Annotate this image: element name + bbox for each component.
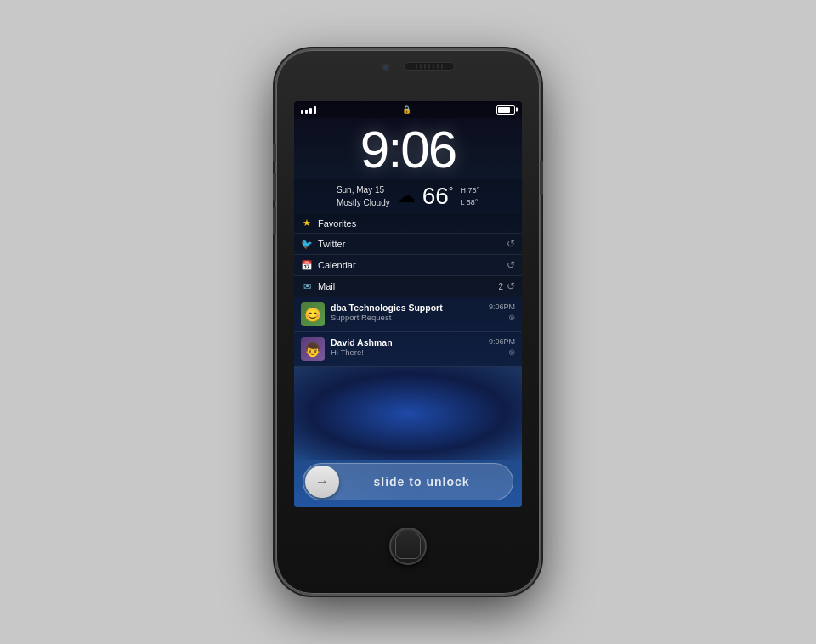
mail-avatar-1: 😊 bbox=[301, 302, 325, 326]
slide-arrow-icon: → bbox=[315, 474, 329, 489]
weather-cloud-icon: ☁ bbox=[397, 185, 416, 207]
slide-unlock[interactable]: → slide to unlock bbox=[303, 463, 513, 500]
mail-time-2: 9:06PM bbox=[489, 337, 515, 346]
mail-badge: 2 bbox=[498, 282, 503, 291]
favorites-label: Favorites bbox=[318, 218, 515, 229]
home-button[interactable] bbox=[389, 528, 427, 565]
front-camera bbox=[382, 64, 389, 71]
mail-subject-2: Hi There! bbox=[331, 347, 489, 357]
mail-avatar-2: 👦 bbox=[301, 337, 325, 361]
time-display: 9:06 bbox=[294, 123, 522, 176]
status-bar: 🔒 bbox=[294, 101, 522, 118]
calendar-refresh-icon: ↺ bbox=[507, 259, 515, 271]
phone-screen: 🔒 9:06 Sun, May 15 Mostly Cloudy ☁ bbox=[294, 101, 522, 507]
weather-date: Sun, May 15 Mostly Cloudy bbox=[337, 184, 390, 209]
signal-bar-1 bbox=[301, 110, 303, 114]
mail-label: Mail bbox=[318, 281, 498, 291]
favorites-icon: ★ bbox=[301, 217, 313, 229]
home-button-inner bbox=[395, 534, 421, 559]
favorites-row[interactable]: ★ Favorites bbox=[294, 213, 522, 234]
weather-hi-lo: H 75° L 58° bbox=[460, 184, 479, 209]
mail-time-area-2: 9:06PM ⊗ bbox=[489, 337, 515, 357]
slide-text-bold: unlock bbox=[426, 475, 469, 489]
mail-subject-1: Support Request bbox=[331, 313, 489, 322]
twitter-refresh-icon: ↺ bbox=[507, 238, 515, 250]
twitter-icon: 🐦 bbox=[301, 239, 313, 250]
signal-bar-3 bbox=[309, 108, 312, 114]
battery-icon bbox=[496, 105, 515, 115]
mail-content-2: David Ashman Hi There! bbox=[331, 337, 489, 357]
signal-bars bbox=[301, 106, 316, 114]
mute-button[interactable] bbox=[273, 144, 276, 162]
weather-high: H 75° bbox=[460, 184, 479, 196]
mail-header-row[interactable]: ✉ Mail 2 ↺ bbox=[294, 276, 522, 297]
weather-low: L 58° bbox=[460, 196, 479, 208]
mail-close-2[interactable]: ⊗ bbox=[508, 347, 515, 357]
mail-close-1[interactable]: ⊗ bbox=[508, 313, 515, 322]
signal-bar-4 bbox=[314, 106, 316, 114]
lock-icon: 🔒 bbox=[402, 105, 411, 114]
volume-down-button[interactable] bbox=[273, 207, 276, 234]
phone-bottom bbox=[389, 507, 427, 594]
mail-time-area-1: 9:06PM ⊗ bbox=[489, 302, 515, 322]
calendar-row[interactable]: 📅 Calendar ↺ bbox=[294, 255, 522, 276]
weather-date-text: Sun, May 15 bbox=[337, 184, 390, 196]
slide-text-plain: slide to bbox=[373, 475, 426, 489]
calendar-icon: 📅 bbox=[301, 260, 313, 271]
mail-sender-2: David Ashman bbox=[331, 337, 489, 347]
status-center: 🔒 bbox=[402, 105, 411, 114]
mail-sender-1: dba Technologies Support bbox=[331, 302, 489, 313]
mail-content-1: dba Technologies Support Support Request bbox=[331, 302, 489, 322]
battery-fill bbox=[498, 107, 510, 113]
time-section: 9:06 bbox=[294, 118, 522, 179]
mail-item-1[interactable]: 😊 dba Technologies Support Support Reque… bbox=[294, 297, 522, 332]
phone-top bbox=[276, 50, 540, 101]
weather-condition: Mostly Cloudy bbox=[337, 196, 390, 209]
mail-icon: ✉ bbox=[301, 281, 313, 292]
blue-glow bbox=[294, 367, 522, 460]
mail-refresh-icon: ↺ bbox=[507, 280, 515, 292]
lock-screen: 🔒 9:06 Sun, May 15 Mostly Cloudy ☁ bbox=[294, 101, 522, 507]
calendar-label: Calendar bbox=[318, 260, 507, 270]
twitter-label: Twitter bbox=[318, 239, 507, 249]
slide-arrow-button[interactable]: → bbox=[305, 466, 339, 498]
signal-bar-2 bbox=[305, 110, 308, 114]
speaker-dots bbox=[416, 64, 443, 69]
notifications: ★ Favorites 🐦 Twitter ↺ 📅 Calendar ↺ bbox=[294, 213, 522, 507]
slide-text: slide to unlock bbox=[339, 475, 513, 489]
mail-item-2[interactable]: 👦 David Ashman Hi There! 9:06PM ⊗ bbox=[294, 332, 522, 367]
status-left bbox=[301, 106, 316, 114]
speaker-grille bbox=[404, 62, 455, 71]
mail-time-1: 9:06PM bbox=[489, 302, 515, 311]
status-right bbox=[496, 105, 515, 115]
phone-device: 🔒 9:06 Sun, May 15 Mostly Cloudy ☁ bbox=[276, 50, 540, 594]
volume-up-button[interactable] bbox=[273, 173, 276, 201]
twitter-row[interactable]: 🐦 Twitter ↺ bbox=[294, 234, 522, 255]
weather-section: Sun, May 15 Mostly Cloudy ☁ 66° H 75° L … bbox=[294, 179, 522, 213]
power-button[interactable] bbox=[540, 161, 543, 195]
weather-temp: 66° bbox=[422, 183, 454, 210]
